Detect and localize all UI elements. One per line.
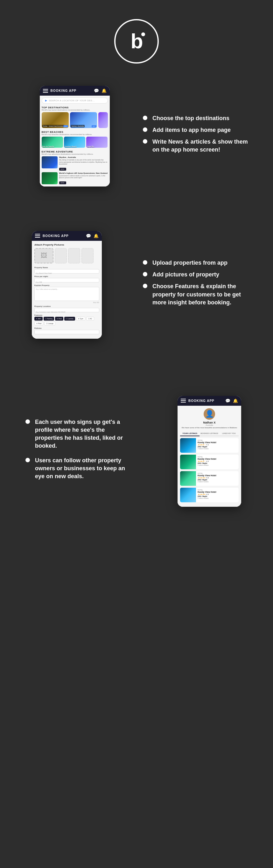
explain-label: Explain Property bbox=[34, 284, 99, 286]
listing-img-1 bbox=[180, 438, 196, 453]
adventure-btn-bungee[interactable]: MORE bbox=[59, 181, 66, 184]
gym-icon: ✕ bbox=[78, 318, 79, 320]
app-name-profile: BOOKING APP bbox=[188, 399, 223, 403]
beach-label-baia: Baia do Sancho bbox=[42, 146, 54, 148]
photo-main-upload[interactable]: 🖼 bbox=[34, 248, 53, 264]
photo-thumb-3[interactable] bbox=[81, 248, 93, 264]
feature-lounge[interactable]: ☐ Lounge bbox=[44, 321, 55, 326]
profile-screen-mockup: BOOKING APP 💬 🔔 👤 Nathan X Australia We … bbox=[178, 396, 241, 507]
bullet-dot-3 bbox=[143, 139, 147, 144]
destination-extra[interactable] bbox=[98, 112, 108, 128]
dest-badge-sydney: HOT bbox=[92, 125, 96, 127]
top-destinations-subtitle: World's top tourist destinations recomme… bbox=[42, 109, 108, 111]
adventure-title-bungee: World's highest cliff Jump Queenstown, N… bbox=[59, 172, 108, 174]
adventure-skydive: Skydive , Australia Sky diving in Austra… bbox=[42, 156, 108, 171]
parking-icon: ☐ bbox=[45, 318, 47, 320]
avatar-icon: 👤 bbox=[205, 410, 214, 418]
bullet-pictures: Add pictures of property bbox=[143, 271, 241, 279]
section1-text: Choose the top destinations Add items to… bbox=[143, 114, 254, 158]
feature-ac[interactable]: ☐ AC bbox=[86, 317, 94, 320]
spacer-1 bbox=[0, 196, 273, 221]
listing-name-3: Kandy View Hotel bbox=[198, 474, 237, 476]
tab-booked-listings[interactable]: BOOKED LISTINGS bbox=[199, 431, 219, 436]
location-input[interactable]: E.g. Cemetery road, Edmonton NA 20123 bbox=[34, 308, 99, 312]
feature-wifi[interactable]: ✕ WiFi bbox=[34, 317, 43, 320]
price-input[interactable]: E.g. 30$ bbox=[34, 278, 99, 282]
bell-icon-profile[interactable]: 🔔 bbox=[233, 398, 238, 403]
policies-input[interactable] bbox=[34, 330, 99, 334]
bell-icon-property[interactable]: 🔔 bbox=[93, 234, 99, 238]
top-destinations-header: TOP DESTINATIONS World's top tourist des… bbox=[42, 106, 108, 111]
beach-label-eagle: Eagle Be... bbox=[87, 146, 95, 148]
property-screen-mockup: BOOKING APP 💬 🔔 Attach Property Pictures… bbox=[32, 231, 102, 339]
chat-icon-property[interactable]: 💬 bbox=[86, 234, 91, 238]
app-header-property: BOOKING APP 💬 🔔 bbox=[32, 231, 102, 241]
chat-icon[interactable]: 💬 bbox=[94, 88, 99, 93]
feature-parking[interactable]: ☐ Parking bbox=[44, 317, 54, 320]
listing-stars-2: ★★★★☆ 4.0 bbox=[198, 460, 237, 462]
wifi-icon: ✕ bbox=[36, 318, 37, 320]
profile-tabs-row: YOUR LISTINGS BOOKED LISTINGS LIKED BY Y… bbox=[180, 431, 239, 436]
photo-icon: 🖼 bbox=[41, 252, 47, 259]
lounge-icon: ☐ bbox=[46, 322, 47, 324]
listing-name-4: Kandy View Hotel bbox=[198, 491, 237, 493]
feature-laundry[interactable]: ☐ Laundry bbox=[64, 317, 75, 320]
app-header-profile: BOOKING APP 💬 🔔 bbox=[178, 396, 241, 406]
property-name-input[interactable]: E.g. Beach View Hotel bbox=[34, 269, 99, 274]
price-placeholder: E.g. 30$ bbox=[36, 281, 42, 283]
beach-eagle[interactable]: Eagle Be... bbox=[86, 136, 108, 148]
adventure-btn-skydive[interactable]: MORE bbox=[59, 168, 66, 170]
feature-gym[interactable]: ✕ Gym bbox=[76, 317, 85, 320]
search-bar[interactable]: ▶ SEARCH A LOCATION OF YOUR DES... bbox=[42, 97, 108, 103]
dest-badge-dubai: HOT bbox=[63, 125, 68, 127]
photo-thumb-2[interactable] bbox=[68, 248, 80, 264]
bullet-dot-4 bbox=[143, 260, 147, 265]
property-name-label: Property Name bbox=[34, 267, 99, 269]
section-destinations: BOOKING APP 💬 🔔 ▶ SEARCH A LOCATION OF Y… bbox=[0, 76, 273, 196]
bullet-label-4: Upload properties from app bbox=[153, 259, 227, 267]
destinations-row: Dubai , United Arab Emirates HOT Sydney … bbox=[42, 112, 108, 128]
photo-thumb-1[interactable] bbox=[55, 248, 67, 264]
listing-item-3[interactable]: HOTEL Kandy View Hotel ★★★★★ 4.8 24$ / N… bbox=[180, 471, 239, 486]
bullet-home-items: Add items to app home page bbox=[143, 126, 254, 134]
adventure-list: Skydive , Australia Sky diving in Austra… bbox=[42, 156, 108, 185]
tab-liked-by-you[interactable]: LIKED BY YOU bbox=[219, 431, 239, 436]
beach-varadero[interactable]: Varadero Beach bbox=[64, 136, 85, 148]
chat-icon-profile[interactable]: 💬 bbox=[225, 398, 230, 403]
profile-location: Australia bbox=[206, 424, 213, 426]
wifi-label: WiFi bbox=[38, 318, 41, 320]
listing-item-4[interactable]: HOTEL Kandy View Hotel ★★★★★ 4.8 24$ / N… bbox=[180, 488, 239, 502]
location-label: Property Location bbox=[34, 305, 99, 307]
destination-dubai[interactable]: Dubai , United Arab Emirates HOT bbox=[42, 112, 69, 128]
hamburger-icon-profile[interactable] bbox=[181, 399, 186, 403]
adventure-info-bungee: World's highest cliff Jump Queenstown, N… bbox=[59, 172, 108, 185]
dest-label-dubai: Dubai , United Arab Emirates bbox=[42, 125, 64, 127]
listing-rating-1: 4.0 bbox=[206, 444, 209, 446]
bell-icon[interactable]: 🔔 bbox=[102, 88, 107, 93]
bullet-features: Choose Features & explain the property f… bbox=[143, 282, 241, 307]
search-icon: ▶ bbox=[45, 99, 47, 102]
tab-your-listings[interactable]: YOUR LISTINGS bbox=[180, 431, 199, 436]
feature-pool2[interactable]: ✕ Pool bbox=[34, 321, 43, 326]
explain-textarea[interactable]: E.g. I often about our property... bbox=[34, 287, 99, 301]
logo-section: b bbox=[0, 0, 273, 76]
adventure-img-skydive bbox=[42, 156, 58, 168]
listing-info-2: HOTEL Kandy View Hotel ★★★★☆ 4.0 24$ / N… bbox=[198, 455, 239, 469]
hamburger-icon[interactable] bbox=[43, 89, 48, 93]
listing-stars-3: ★★★★★ 4.8 bbox=[198, 476, 237, 479]
policies-label: Policies bbox=[34, 327, 99, 329]
gym-label: Gym bbox=[80, 318, 83, 320]
listing-reviews-4: 2 latest reviews bbox=[198, 497, 237, 499]
hamburger-icon-property[interactable] bbox=[35, 234, 40, 238]
feature-pool[interactable]: ✕ Pool bbox=[55, 317, 63, 320]
beach-baia[interactable]: Baia do Sancho bbox=[42, 136, 63, 148]
listing-item-2[interactable]: HOTEL Kandy View Hotel ★★★★☆ 4.0 24$ / N… bbox=[180, 455, 239, 469]
listing-rating-2: 4.0 bbox=[206, 460, 209, 462]
bullet-dot-1 bbox=[143, 116, 147, 120]
app-name-home: BOOKING APP bbox=[51, 89, 91, 92]
listing-img-4 bbox=[180, 488, 196, 502]
adventure-img-bungee bbox=[42, 172, 58, 184]
destination-sydney[interactable]: Sydney ,Australia HOT bbox=[70, 112, 97, 128]
listing-item-1[interactable]: HOTEL Kandy View Hotel ★★★★☆ 4.0 24$ / N… bbox=[180, 438, 239, 453]
adventure-desc-skydive: Sky diving in Australia is any part of t… bbox=[59, 159, 108, 165]
